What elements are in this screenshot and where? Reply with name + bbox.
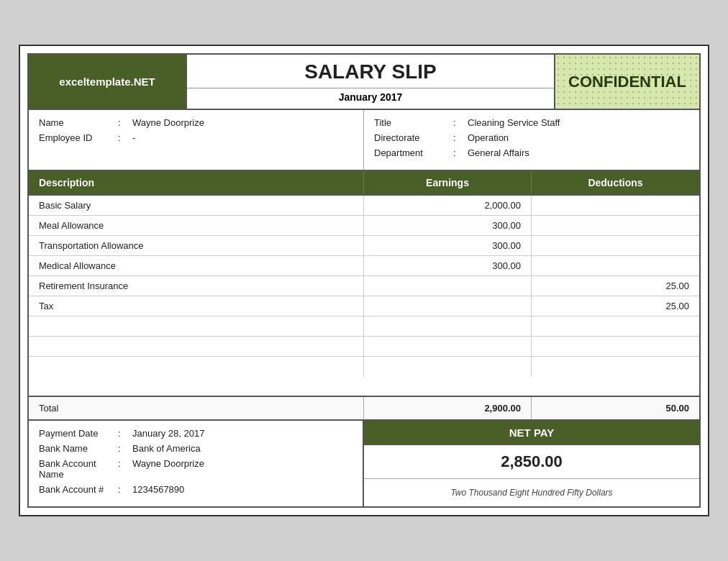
cell-deductions (532, 256, 699, 275)
footer-right: NET PAY 2,850.00 Two Thousand Eight Hund… (364, 421, 699, 506)
table-row: Meal Allowance 300.00 (29, 216, 699, 236)
directorate-value: Operation (468, 132, 509, 143)
name-label: Name (39, 117, 118, 128)
title-colon: : (453, 117, 468, 128)
name-value: Wayne Doorprize (132, 117, 204, 128)
cell-earnings: 300.00 (364, 236, 532, 255)
cell-description: Tax (29, 296, 364, 316)
bank-name-colon: : (118, 443, 132, 454)
bank-name-row: Bank Name : Bank of America (39, 443, 352, 454)
employee-info: Name : Wayne Doorprize Employee ID : - T… (29, 110, 699, 171)
cell-deductions (532, 337, 699, 356)
payment-date-colon: : (118, 428, 132, 439)
cell-deductions (532, 316, 699, 336)
employee-id-value: - (132, 132, 135, 143)
cell-earnings: 300.00 (364, 216, 532, 235)
title-value: Cleaning Service Staff (468, 117, 560, 128)
payment-date-label: Payment Date (39, 428, 118, 439)
cell-description: Transportation Allowance (29, 236, 364, 255)
payment-date-value: January 28, 2017 (132, 428, 204, 439)
header-center: SALARY SLIP January 2017 (187, 55, 555, 109)
employee-info-right: Title : Cleaning Service Staff Directora… (364, 110, 699, 170)
table-row: Transportation Allowance 300.00 (29, 236, 699, 256)
cell-description (29, 337, 364, 356)
empty-row (29, 357, 699, 377)
name-row: Name : Wayne Doorprize (39, 117, 353, 128)
confidential-text: CONFIDENTIAL (568, 73, 686, 91)
table-row: Retirement Insurance 25.00 (29, 276, 699, 296)
header-month: January 2017 (187, 88, 554, 109)
bank-account-name-row: Bank Account Name : Wayne Doorprize (39, 458, 352, 480)
payment-date-row: Payment Date : January 28, 2017 (39, 428, 352, 439)
department-colon: : (453, 147, 468, 158)
cell-deductions (532, 216, 699, 235)
bank-name-value: Bank of America (132, 443, 201, 454)
bank-account-num-label: Bank Account # (39, 484, 118, 495)
header-section: exceltemplate.NET SALARY SLIP January 20… (29, 55, 699, 110)
cell-description: Basic Salary (29, 196, 364, 215)
department-value: General Affairs (468, 147, 529, 158)
employee-info-left: Name : Wayne Doorprize Employee ID : - (29, 110, 364, 170)
cell-description: Retirement Insurance (29, 276, 364, 296)
cell-earnings (364, 276, 532, 296)
cell-deductions (532, 236, 699, 255)
title-label: Title (374, 117, 453, 128)
total-label: Total (29, 397, 364, 419)
table-body: Basic Salary 2,000.00 Meal Allowance 300… (29, 196, 699, 397)
cell-earnings: 2,000.00 (364, 196, 532, 215)
directorate-label: Directorate (374, 132, 453, 143)
bank-account-name-value: Wayne Doorprize (132, 458, 204, 469)
cell-description (29, 316, 364, 336)
directorate-colon: : (453, 132, 468, 143)
table-header: Description Earnings Deductions (29, 171, 699, 196)
cell-description: Meal Allowance (29, 216, 364, 235)
table-row: Basic Salary 2,000.00 (29, 196, 699, 216)
col-description-header: Description (29, 171, 364, 194)
col-deductions-header: Deductions (532, 171, 699, 194)
bank-account-num-colon: : (118, 484, 132, 495)
table-row: Medical Allowance 300.00 (29, 256, 699, 276)
name-colon: : (118, 117, 132, 128)
footer-left: Payment Date : January 28, 2017 Bank Nam… (29, 421, 364, 506)
employee-id-row: Employee ID : - (39, 132, 353, 143)
title-row: Title : Cleaning Service Staff (374, 117, 689, 128)
logo: exceltemplate.NET (29, 55, 187, 109)
cell-earnings: 300.00 (364, 256, 532, 275)
salary-slip-page: exceltemplate.NET SALARY SLIP January 20… (19, 45, 709, 516)
cell-deductions (532, 357, 699, 377)
bank-name-label: Bank Name (39, 443, 118, 454)
cell-deductions: 25.00 (532, 276, 699, 296)
net-pay-label: NET PAY (364, 421, 699, 445)
employee-id-colon: : (118, 132, 132, 143)
cell-earnings (364, 296, 532, 316)
cell-deductions: 25.00 (532, 296, 699, 316)
bank-account-name-colon: : (118, 458, 132, 469)
bank-account-num-row: Bank Account # : 1234567890 (39, 484, 352, 495)
empty-row (29, 316, 699, 337)
cell-description (29, 357, 364, 377)
department-row: Department : General Affairs (374, 147, 689, 158)
net-pay-value: 2,850.00 (364, 445, 699, 479)
confidential-badge: CONFIDENTIAL (555, 55, 699, 109)
cell-deductions (532, 196, 699, 215)
directorate-row: Directorate : Operation (374, 132, 689, 143)
total-deductions: 50.00 (532, 397, 699, 419)
cell-earnings (364, 337, 532, 356)
total-earnings: 2,900.00 (364, 397, 532, 419)
table-row: Tax 25.00 (29, 296, 699, 316)
col-earnings-header: Earnings (364, 171, 532, 194)
cell-earnings (364, 316, 532, 336)
net-pay-words: Two Thousand Eight Hundred Fifty Dollars (364, 479, 699, 506)
bank-account-num-value: 1234567890 (132, 484, 184, 495)
employee-id-label: Employee ID (39, 132, 118, 143)
footer-section: Payment Date : January 28, 2017 Bank Nam… (29, 421, 699, 506)
cell-description: Medical Allowance (29, 256, 364, 275)
logo-text: exceltemplate.NET (59, 76, 155, 88)
empty-row (29, 337, 699, 357)
salary-slip-title: SALARY SLIP (304, 55, 437, 85)
total-row: Total 2,900.00 50.00 (29, 397, 699, 421)
cell-earnings (364, 357, 532, 377)
bank-account-name-label: Bank Account Name (39, 458, 118, 480)
department-label: Department (374, 147, 453, 158)
